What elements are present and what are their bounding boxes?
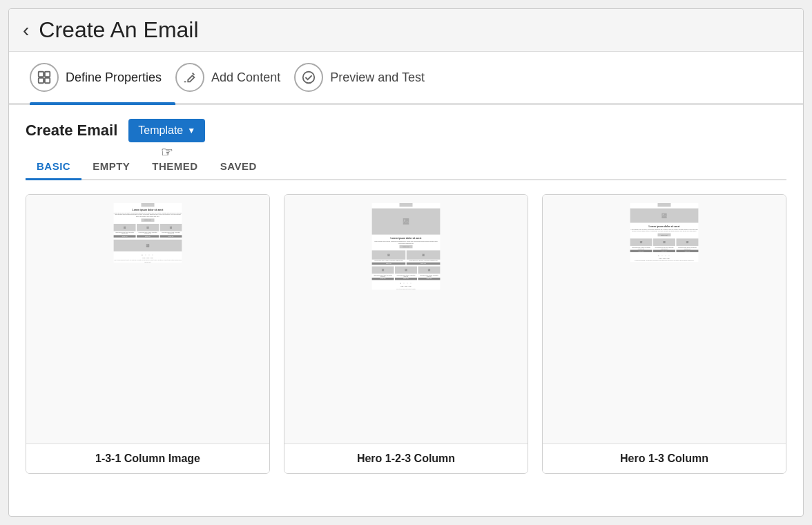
template-preview-1: Lorem ipsum dolor sit amet Lorem ipsum d… [26,195,269,443]
svg-point-26 [663,214,664,216]
template-name-3: Hero 1-3 Column [543,443,786,473]
svg-rect-1 [45,72,50,77]
tab-empty[interactable]: EMPTY [81,153,141,179]
templates-grid: Lorem ipsum dolor sit amet Lorem ipsum d… [26,194,786,474]
svg-rect-0 [39,72,44,77]
svg-rect-2 [39,78,44,83]
steps-navigation: Define Properties Add Content Preview an… [9,52,803,105]
svg-point-30 [664,242,664,242]
template-card-2[interactable]: Lorem ipsum dolor sit amet Lorem ipsum d… [284,194,528,474]
svg-point-12 [147,245,148,245]
svg-point-22 [405,269,406,270]
svg-point-32 [686,242,687,242]
template-card-3[interactable]: Lorem ipsum dolor sit amet Lorem ipsum d… [542,194,786,474]
svg-point-8 [147,227,148,227]
svg-point-14 [404,220,405,221]
step-define-properties[interactable]: Define Properties [30,52,175,103]
template-preview-3: Lorem ipsum dolor sit amet Lorem ipsum d… [543,195,786,443]
chevron-down-icon: ▼ [187,126,195,135]
step-preview-label: Preview and Test [330,70,425,85]
step-preview-test[interactable]: Preview and Test [294,52,438,103]
body-header: Create Email Template ▼ ☞ [26,119,786,142]
svg-rect-3 [45,78,50,83]
svg-point-4 [303,72,315,84]
template-name-2: Hero 1-2-3 Column [284,443,528,473]
tab-saved[interactable]: SAVED [209,153,268,179]
preview-test-icon [294,63,323,92]
body-area: Create Email Template ▼ ☞ BASIC EMPTY TH… [9,105,803,488]
template-preview-2: Lorem ipsum dolor sit amet Lorem ipsum d… [284,195,528,443]
define-properties-icon [30,63,59,92]
create-email-label: Create Email [26,122,117,140]
svg-point-16 [388,254,389,255]
svg-point-28 [640,242,641,242]
template-name-1: 1-3-1 Column Image [26,443,269,473]
step-add-content[interactable]: Add Content [175,52,294,103]
template-button[interactable]: Template ▼ [128,119,205,142]
svg-point-6 [124,227,124,227]
step-content-label: Add Content [211,70,280,85]
tabs-bar: BASIC EMPTY THEMED SAVED [26,153,786,180]
svg-rect-25 [661,213,667,218]
svg-rect-13 [403,218,409,225]
svg-point-20 [382,269,383,270]
step-define-label: Define Properties [66,70,162,85]
tab-themed[interactable]: THEMED [141,153,209,179]
svg-point-24 [428,269,429,270]
back-button[interactable]: ‹ [23,21,29,40]
page-header: ‹ Create An Email [9,9,803,52]
svg-point-10 [170,227,171,227]
page-title: Create An Email [39,17,198,43]
svg-point-18 [423,254,423,255]
template-card-1[interactable]: Lorem ipsum dolor sit amet Lorem ipsum d… [26,194,270,474]
add-content-icon [175,63,204,92]
tab-basic[interactable]: BASIC [26,153,81,179]
